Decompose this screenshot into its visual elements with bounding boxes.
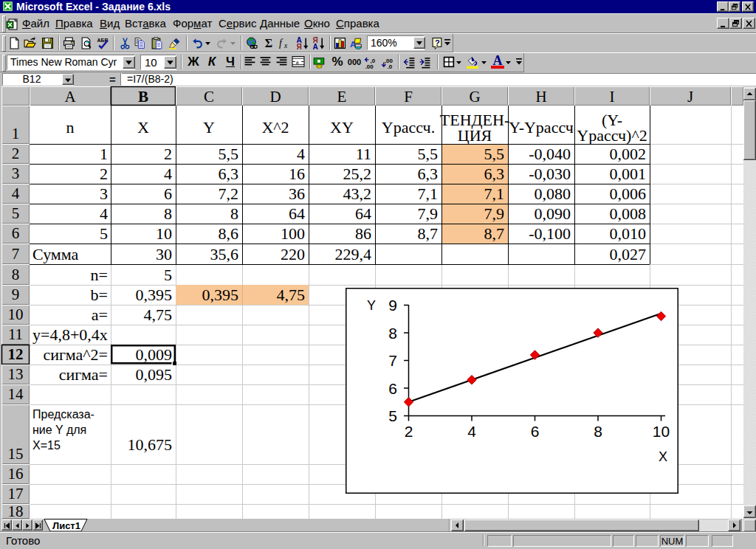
svg-text:64: 64 xyxy=(289,204,305,223)
svg-text:XY: XY xyxy=(330,118,354,137)
svg-text:8: 8 xyxy=(164,204,172,223)
svg-text:Y-Yрассч: Y-Yрассч xyxy=(509,118,574,137)
svg-text:0,395: 0,395 xyxy=(202,286,239,304)
svg-text:0,008: 0,008 xyxy=(610,204,647,223)
svg-text:7,9: 7,9 xyxy=(484,204,505,223)
svg-text:9: 9 xyxy=(388,297,397,314)
svg-text:7,9: 7,9 xyxy=(418,204,439,223)
svg-text:4,75: 4,75 xyxy=(277,286,306,304)
svg-text:Лист1: Лист1 xyxy=(52,520,80,531)
svg-text:12: 12 xyxy=(8,345,24,363)
svg-text:13: 13 xyxy=(8,365,24,383)
svg-text:E: E xyxy=(337,88,347,106)
svg-text:2: 2 xyxy=(100,165,108,183)
svg-text:ЦИЯ: ЦИЯ xyxy=(458,126,492,145)
svg-text:сигма^2=: сигма^2= xyxy=(43,345,108,364)
svg-text:Y: Y xyxy=(203,118,215,137)
svg-text:10: 10 xyxy=(8,305,24,323)
svg-text:5,5: 5,5 xyxy=(418,145,439,163)
svg-text:4: 4 xyxy=(100,204,108,223)
svg-text:5,5: 5,5 xyxy=(219,145,239,163)
svg-text:6: 6 xyxy=(531,423,540,440)
svg-text:Yрассч.: Yрассч. xyxy=(382,118,435,137)
svg-text:6,3: 6,3 xyxy=(418,165,439,183)
svg-text:2: 2 xyxy=(164,145,172,163)
svg-text:6: 6 xyxy=(164,184,172,203)
svg-text:220: 220 xyxy=(281,245,305,263)
svg-text:25,2: 25,2 xyxy=(343,165,372,183)
svg-text:F: F xyxy=(404,88,413,106)
svg-text:11: 11 xyxy=(8,325,23,343)
svg-text:5: 5 xyxy=(164,266,172,284)
svg-text:I: I xyxy=(610,88,615,106)
svg-text:100: 100 xyxy=(281,224,305,243)
svg-text:А: А xyxy=(313,43,318,49)
svg-text:Σ: Σ xyxy=(265,37,272,49)
svg-text:Yрассч)^2: Yрассч)^2 xyxy=(577,126,647,145)
svg-text:4,75: 4,75 xyxy=(144,305,173,324)
svg-text:8: 8 xyxy=(12,266,20,283)
svg-text:16: 16 xyxy=(289,165,305,183)
svg-text:2: 2 xyxy=(12,145,20,162)
svg-text:X: X xyxy=(137,118,149,137)
svg-text:ние Y для: ние Y для xyxy=(32,424,86,436)
svg-text:5: 5 xyxy=(100,224,108,243)
svg-text:10: 10 xyxy=(156,224,172,243)
svg-text:15: 15 xyxy=(8,445,24,463)
svg-text:n: n xyxy=(66,118,75,137)
svg-text:0,395: 0,395 xyxy=(136,286,173,304)
svg-text:X: X xyxy=(659,449,667,464)
svg-text:11: 11 xyxy=(356,145,371,163)
svg-text:7,1: 7,1 xyxy=(418,184,439,203)
svg-text:a=: a= xyxy=(92,305,108,324)
svg-text:18: 18 xyxy=(8,503,24,519)
svg-text:f: f xyxy=(279,38,284,49)
svg-text:17: 17 xyxy=(8,485,24,503)
svg-text:J: J xyxy=(687,88,693,106)
svg-text:y=4,8+0,4x: y=4,8+0,4x xyxy=(32,325,108,344)
svg-text:3: 3 xyxy=(12,165,20,182)
svg-text:,0: ,0 xyxy=(388,63,393,69)
svg-text:8: 8 xyxy=(594,423,602,440)
svg-text:Я: Я xyxy=(297,43,302,49)
svg-text:?: ? xyxy=(435,38,440,47)
svg-text:4: 4 xyxy=(164,165,172,183)
svg-text:a: a xyxy=(296,58,299,66)
svg-text:Сумма: Сумма xyxy=(32,245,79,263)
svg-text:86: 86 xyxy=(355,224,371,243)
svg-text:C: C xyxy=(204,88,214,106)
svg-text:4: 4 xyxy=(12,184,20,202)
svg-text:B: B xyxy=(138,88,148,106)
svg-text:5,5: 5,5 xyxy=(484,145,505,163)
svg-text:0,027: 0,027 xyxy=(610,245,647,263)
svg-text:x: x xyxy=(284,41,288,49)
svg-text:5: 5 xyxy=(12,204,20,222)
svg-text:G: G xyxy=(469,88,480,106)
svg-text:8,6: 8,6 xyxy=(219,224,239,243)
svg-text:b=: b= xyxy=(91,286,108,304)
svg-text:64: 64 xyxy=(355,204,371,223)
svg-text:4: 4 xyxy=(297,145,305,163)
svg-text:сигма=: сигма= xyxy=(59,365,108,384)
svg-text:Предсказа-: Предсказа- xyxy=(32,408,94,421)
svg-text:6: 6 xyxy=(12,224,20,242)
svg-text:30: 30 xyxy=(156,245,172,263)
svg-text:Y: Y xyxy=(367,298,376,313)
svg-text:5: 5 xyxy=(388,407,397,424)
svg-text:14: 14 xyxy=(8,385,24,403)
svg-text:7: 7 xyxy=(388,352,397,369)
svg-text:10,675: 10,675 xyxy=(128,435,173,454)
svg-text:10: 10 xyxy=(653,423,670,440)
svg-text:7,1: 7,1 xyxy=(484,184,505,203)
svg-text:0,006: 0,006 xyxy=(610,184,647,203)
svg-text:9: 9 xyxy=(12,286,20,303)
svg-text:0,009: 0,009 xyxy=(136,345,173,364)
svg-text:0,090: 0,090 xyxy=(535,204,571,223)
svg-text:0,002: 0,002 xyxy=(610,145,647,163)
svg-text:A: A xyxy=(64,88,76,106)
svg-text:X^2: X^2 xyxy=(261,118,289,137)
svg-text:6,3: 6,3 xyxy=(484,165,505,183)
svg-text:16: 16 xyxy=(8,465,24,483)
svg-text:0,080: 0,080 xyxy=(535,184,571,203)
svg-text:36: 36 xyxy=(289,184,305,203)
